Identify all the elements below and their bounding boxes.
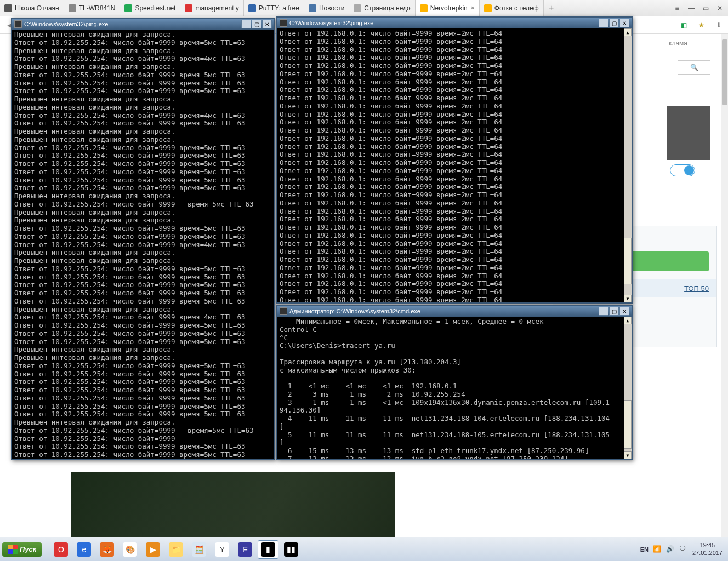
favicon-icon [124, 4, 132, 12]
windows-logo-icon [8, 545, 18, 554]
favicon-icon [484, 4, 492, 12]
bookmark-icon[interactable]: ★ [695, 19, 707, 31]
taskbar-app-cmd-icon[interactable]: ▮ [258, 540, 278, 559]
taskbar-app-far-icon[interactable]: F [235, 540, 255, 559]
browser-tab[interactable]: Фотки с телеф [480, 0, 544, 16]
cmd-output: Превышен интервал ожидания для запроса. … [12, 30, 274, 459]
cmd-titlebar[interactable]: C:\Windows\system32\ping.exe _ ▢ ✕ [12, 19, 274, 30]
cmd-window-tracert[interactable]: Администратор: C:\Windows\system32\cmd.e… [276, 305, 633, 460]
taskbar-app-cmd-icon-2[interactable]: ▮▮ [281, 540, 302, 559]
explorer-icon: 📁 [169, 542, 183, 557]
taskbar-app-yandex-icon[interactable]: Y [212, 540, 232, 559]
start-label: Пуск [20, 545, 36, 553]
taskbar: Пуск Oe🦊🎨▶📁🧮YF▮▮▮ EN 📶 🔊 🛡 19:45 27.01.2… [0, 537, 728, 561]
browser-tab-bar: Школа ОтчаянTL-WR841NSpeedtest.netmanage… [0, 0, 728, 16]
clock-time: 19:45 [692, 542, 723, 549]
tray-network-icon[interactable]: 📶 [653, 545, 662, 554]
search-icon: 🔍 [690, 64, 698, 71]
browser-tab[interactable]: Новости [304, 0, 349, 16]
close-icon[interactable]: ✕ [715, 3, 725, 13]
scroll-down-icon[interactable]: ▼ [624, 451, 632, 459]
tab-label: Школа Отчаян [15, 4, 59, 12]
tab-label: Nervotrepkin [430, 4, 468, 12]
close-button[interactable]: ✕ [262, 20, 272, 28]
maximize-button[interactable]: ▢ [609, 19, 619, 27]
browser-tab[interactable]: Школа Отчаян [0, 0, 64, 16]
minimize-button[interactable]: _ [599, 307, 608, 316]
browser-tab[interactable]: Nervotrepkin✕ [416, 0, 480, 16]
favicon-icon [354, 4, 361, 12]
system-tray: EN 📶 🔊 🛡 19:45 27.01.2017 [637, 542, 726, 556]
close-button[interactable]: ✕ [619, 19, 629, 27]
cmd-icon [14, 20, 22, 28]
start-button[interactable]: Пуск [2, 542, 42, 557]
toggle-switch[interactable] [670, 164, 695, 176]
minimize-icon[interactable]: — [686, 3, 696, 13]
tab-label: TL-WR841N [79, 4, 116, 12]
taskbar-app-explorer-icon[interactable]: 📁 [166, 540, 186, 559]
new-tab-button[interactable]: + [544, 0, 559, 16]
search-button[interactable]: 🔍 [678, 60, 710, 75]
maximize-button[interactable]: ▢ [609, 307, 619, 316]
cmd-output: Ответ от 192.168.0.1: число байт=9999 вр… [277, 28, 632, 302]
taskbar-app-paint-icon[interactable]: 🎨 [120, 540, 140, 559]
page-scrollbar[interactable] [721, 34, 728, 537]
downloads-icon[interactable]: ⬇ [713, 19, 725, 31]
taskbar-app-ie-icon[interactable]: e [73, 540, 94, 559]
tab-label: management у [195, 4, 238, 12]
close-button[interactable]: ✕ [619, 307, 629, 316]
cmd-icon [280, 307, 287, 315]
ad-label: клама [669, 39, 687, 47]
tray-volume-icon[interactable]: 🔊 [666, 545, 675, 554]
minimize-button[interactable]: _ [599, 19, 608, 27]
cmd-icon: ▮ [261, 542, 275, 557]
favicon-icon [248, 4, 256, 12]
top50-link[interactable]: ТОП 50 [684, 284, 709, 293]
tab-label: Страница недо [364, 4, 410, 12]
cmd-title-text: C:\Windows\system32\ping.exe [24, 21, 241, 27]
taskbar-app-wmp-icon[interactable]: ▶ [143, 540, 163, 559]
browser-tab[interactable]: Страница недо [349, 0, 415, 16]
tab-label: Новости [319, 4, 344, 12]
cmd-titlebar[interactable]: C:\Windows\system32\ping.exe _ ▢ ✕ [277, 18, 632, 28]
clock[interactable]: 19:45 27.01.2017 [692, 542, 723, 556]
cmd-title-text: C:\Windows\system32\ping.exe [289, 20, 598, 26]
video-thumbnail[interactable] [667, 106, 710, 160]
browser-tab[interactable]: TL-WR841N [64, 0, 121, 16]
scroll-up-icon[interactable]: ▲ [624, 317, 632, 324]
taskbar-app-opera-icon[interactable]: O [50, 540, 71, 559]
cmd-window-ping-2[interactable]: C:\Windows\system32\ping.exe _ ▢ ✕ Ответ… [276, 16, 633, 304]
cmd-scrollbar[interactable]: ▲ ▼ [624, 317, 632, 459]
minimize-button[interactable]: _ [241, 20, 251, 28]
opera-icon: O [54, 542, 68, 557]
wmp-icon: ▶ [146, 542, 160, 557]
scroll-up-icon[interactable]: ▲ [624, 28, 632, 36]
cmd-window-ping-1[interactable]: C:\Windows\system32\ping.exe _ ▢ ✕ Превы… [11, 18, 275, 460]
taskbar-app-firefox-icon[interactable]: 🦊 [96, 540, 117, 559]
taskbar-app-calc-icon[interactable]: 🧮 [189, 540, 209, 559]
cmd-scrollbar[interactable]: ▲ ▼ [624, 28, 632, 302]
far-icon: F [238, 542, 252, 557]
favicon-icon [185, 4, 192, 12]
ie-icon: e [77, 542, 91, 557]
firefox-icon: 🦊 [100, 542, 114, 557]
cmd-title-text: Администратор: C:\Windows\system32\cmd.e… [289, 308, 598, 314]
browser-tab[interactable]: Speedtest.net [120, 0, 180, 16]
tab-label: Speedtest.net [135, 4, 175, 12]
tab-close-icon[interactable]: ✕ [470, 5, 475, 11]
calc-icon: 🧮 [192, 542, 206, 557]
tray-shield-icon[interactable]: 🛡 [679, 545, 688, 554]
tab-label: PuTTY: a free [259, 4, 299, 12]
browser-tab[interactable]: management у [180, 0, 243, 16]
extension-icon[interactable]: ◧ [678, 19, 690, 31]
browser-tab[interactable]: PuTTY: a free [244, 0, 304, 16]
cmd-titlebar[interactable]: Администратор: C:\Windows\system32\cmd.e… [277, 306, 632, 317]
maximize-button[interactable]: ▢ [252, 20, 261, 28]
language-indicator[interactable]: EN [640, 546, 649, 553]
scroll-down-icon[interactable]: ▼ [624, 295, 632, 302]
tab-label: Фотки с телеф [494, 4, 539, 12]
maximize-icon[interactable]: ▭ [701, 3, 710, 13]
favicon-icon [4, 4, 12, 12]
cmd-icon [280, 19, 287, 27]
menu-icon[interactable]: ≡ [672, 3, 682, 13]
